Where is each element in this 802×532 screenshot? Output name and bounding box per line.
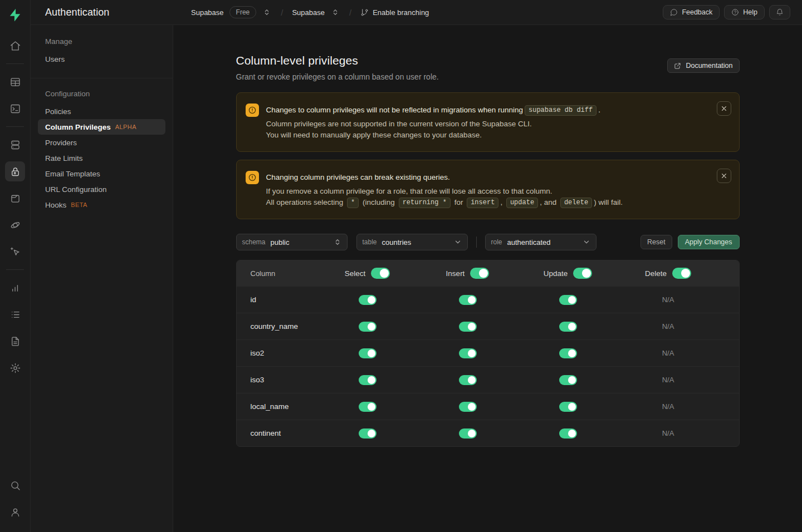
table-row: country_name N/A	[237, 313, 739, 339]
nav-divider	[31, 78, 173, 78]
update-header: Update	[544, 269, 568, 278]
advisors-icon[interactable]	[5, 242, 25, 262]
sql-editor-icon[interactable]	[5, 98, 25, 119]
nav-item-email-templates[interactable]: Email Templates	[38, 166, 165, 181]
table-row: id N/A	[237, 286, 739, 313]
insert-toggle[interactable]	[459, 375, 477, 385]
nav-item-url-configuration[interactable]: URL Configuration	[38, 181, 165, 197]
delete-all-toggle[interactable]	[672, 268, 691, 279]
insert-toggle[interactable]	[459, 428, 477, 439]
select-toggle[interactable]	[359, 428, 376, 439]
select-toggle[interactable]	[359, 375, 376, 385]
close-icon	[721, 173, 727, 179]
logs-icon[interactable]	[5, 304, 25, 324]
column-name: id	[237, 295, 317, 304]
delete-not-applicable: N/A	[618, 322, 718, 331]
apply-changes-button[interactable]: Apply Changes	[678, 235, 740, 249]
realtime-icon[interactable]	[5, 215, 25, 235]
breadcrumb-project[interactable]: Supabase	[292, 8, 325, 17]
chevron-down-icon	[583, 238, 590, 246]
breadcrumb-separator: /	[346, 8, 355, 17]
reports-icon[interactable]	[5, 278, 25, 298]
select-toggle[interactable]	[359, 402, 376, 412]
nav-section-label: Manage	[38, 37, 165, 46]
update-toggle[interactable]	[559, 295, 577, 305]
column-name: local_name	[237, 402, 317, 411]
notifications-button[interactable]	[769, 5, 790, 19]
nav-item-users[interactable]: Users	[38, 51, 165, 67]
select-toggle[interactable]	[359, 295, 376, 305]
delete-not-applicable: N/A	[618, 376, 718, 384]
plan-badge[interactable]: Free	[229, 6, 257, 18]
insert-toggle[interactable]	[459, 402, 477, 412]
code-chip: delete	[560, 198, 592, 208]
filters-bar: schema public table countries	[236, 234, 740, 250]
message-bubble-icon	[670, 8, 678, 16]
update-toggle[interactable]	[559, 428, 577, 439]
column-name: country_name	[237, 322, 317, 331]
break-queries-warning-banner: Changing column privileges can break exi…	[236, 160, 740, 219]
delete-not-applicable: N/A	[618, 349, 718, 357]
update-toggle[interactable]	[559, 322, 577, 332]
nav-item-policies[interactable]: Policies	[38, 104, 165, 119]
help-button[interactable]: Help	[724, 5, 765, 19]
insert-toggle[interactable]	[459, 322, 477, 332]
home-icon[interactable]	[5, 36, 25, 56]
beta-badge: BETA	[71, 201, 87, 208]
column-name: continent	[237, 429, 317, 437]
select-toggle[interactable]	[359, 348, 376, 358]
feedback-button[interactable]: Feedback	[663, 5, 720, 19]
breadcrumb-org[interactable]: Supabase	[191, 8, 224, 17]
storage-icon[interactable]	[5, 188, 25, 208]
banner-description: Column privileges are not supported in t…	[266, 119, 600, 141]
settings-icon[interactable]	[5, 358, 25, 378]
search-icon[interactable]	[5, 475, 25, 495]
api-docs-icon[interactable]	[5, 331, 25, 351]
page-title: Column-level privileges	[236, 54, 439, 67]
schema-select[interactable]: schema public	[236, 234, 348, 250]
banner-dismiss-button[interactable]	[717, 169, 731, 183]
table-header-row: Column Select Insert Update	[237, 260, 739, 286]
nav-item-providers[interactable]: Providers	[38, 135, 165, 150]
nav-item-hooks[interactable]: Hooks BETA	[38, 197, 165, 213]
profile-icon[interactable]	[5, 502, 25, 522]
app-root: Authentication Supabase Free / Supabase …	[0, 0, 802, 532]
chevron-down-icon	[454, 238, 462, 246]
database-icon[interactable]	[5, 135, 25, 155]
authentication-icon[interactable]	[5, 161, 25, 181]
code-chip: update	[506, 198, 538, 208]
nav-item-rate-limits[interactable]: Rate Limits	[38, 150, 165, 166]
update-toggle[interactable]	[559, 375, 577, 385]
role-select[interactable]: role authenticated	[485, 234, 596, 250]
project-switcher-button[interactable]	[330, 7, 340, 17]
column-name: iso3	[237, 376, 317, 384]
supabase-logo[interactable]	[6, 6, 25, 24]
insert-toggle[interactable]	[459, 295, 477, 305]
select-toggle[interactable]	[359, 322, 376, 332]
auth-sidenav: Manage Users Configuration Policies Colu…	[31, 25, 173, 532]
nav-item-column-privileges[interactable]: Column Privileges ALPHA	[38, 119, 165, 135]
select-all-toggle[interactable]	[371, 268, 390, 279]
breadcrumb-separator: /	[277, 8, 286, 17]
section-title-area: Authentication	[31, 7, 173, 18]
delete-not-applicable: N/A	[618, 429, 718, 437]
banner-dismiss-button[interactable]	[717, 101, 731, 116]
table-editor-icon[interactable]	[5, 72, 25, 92]
org-switcher-button[interactable]	[262, 7, 272, 17]
insert-all-toggle[interactable]	[470, 268, 489, 279]
documentation-button[interactable]: Documentation	[667, 58, 739, 73]
code-chip: insert	[467, 198, 498, 208]
update-toggle[interactable]	[559, 348, 577, 358]
role-value: authenticated	[507, 238, 551, 247]
reset-button[interactable]: Reset	[640, 235, 672, 249]
insert-toggle[interactable]	[459, 348, 477, 358]
table-select[interactable]: table countries	[356, 234, 468, 250]
update-all-toggle[interactable]	[573, 268, 592, 279]
icon-rail	[0, 0, 31, 532]
select-header: Select	[345, 269, 366, 278]
enable-branching-button[interactable]: Enable branching	[360, 8, 429, 17]
banner-title: Changing column privileges can break exi…	[266, 171, 623, 183]
topbar-actions: Feedback Help	[663, 5, 802, 19]
update-toggle[interactable]	[559, 402, 577, 412]
page-section-title: Authentication	[45, 7, 173, 18]
